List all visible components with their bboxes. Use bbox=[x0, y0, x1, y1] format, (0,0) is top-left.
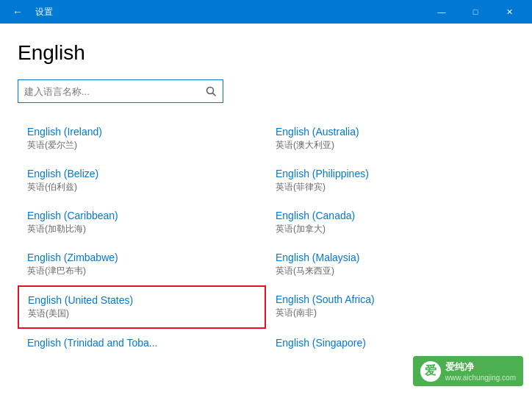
main-content: English English (Ireland)英语(爱尔兰)English … bbox=[0, 24, 532, 395]
lang-native: 英语(澳大利亚) bbox=[276, 139, 505, 152]
lang-item[interactable]: English (Australia)英语(澳大利亚) bbox=[266, 118, 514, 160]
search-input[interactable] bbox=[18, 86, 199, 97]
search-box bbox=[18, 79, 223, 103]
lang-name: English (Singapore) bbox=[276, 337, 505, 349]
lang-item[interactable]: English (Caribbean)英语(加勒比海) bbox=[18, 202, 266, 243]
lang-item[interactable]: English (South Africa)英语(南非) bbox=[266, 285, 514, 329]
back-button[interactable]: ← bbox=[6, 0, 29, 24]
lang-native: 英语(加勒比海) bbox=[27, 223, 256, 235]
lang-name: English (Australia) bbox=[276, 126, 505, 138]
lang-name: English (Trinidad and Toba... bbox=[27, 337, 256, 349]
window-controls: — □ ✕ bbox=[425, 0, 526, 24]
title-bar-title: 设置 bbox=[29, 6, 425, 18]
lang-item[interactable]: English (Philippines)英语(菲律宾) bbox=[266, 160, 514, 202]
close-button[interactable]: ✕ bbox=[492, 0, 526, 24]
lang-name: English (Caribbean) bbox=[27, 210, 256, 221]
lang-name: English (South Africa) bbox=[276, 293, 505, 305]
lang-name: English (Philippines) bbox=[276, 168, 505, 179]
lang-name: English (Zimbabwe) bbox=[27, 252, 256, 263]
lang-item[interactable]: English (United States)英语(美国) bbox=[18, 285, 266, 329]
lang-name: English (Malaysia) bbox=[276, 252, 505, 263]
lang-native: 英语(马来西亚) bbox=[276, 265, 505, 277]
search-icon[interactable] bbox=[199, 79, 223, 103]
lang-native: 英语(伯利兹) bbox=[27, 181, 256, 193]
lang-item[interactable]: English (Zimbabwe)英语(津巴布韦) bbox=[18, 243, 266, 285]
watermark-logo: 爱 bbox=[420, 361, 441, 382]
lang-name: English (United States) bbox=[28, 294, 256, 306]
lang-item[interactable]: English (Trinidad and Toba... bbox=[18, 329, 266, 357]
lang-item[interactable]: English (Canada)英语(加拿大) bbox=[266, 202, 514, 243]
lang-item[interactable]: English (Ireland)英语(爱尔兰) bbox=[18, 118, 266, 160]
watermark-main: 爱纯净 bbox=[445, 360, 516, 374]
lang-name: English (Ireland) bbox=[27, 126, 256, 138]
lang-native: 英语(加拿大) bbox=[276, 223, 505, 235]
lang-item[interactable]: English (Malaysia)英语(马来西亚) bbox=[266, 243, 514, 285]
lang-native: 英语(爱尔兰) bbox=[27, 139, 256, 152]
language-grid: English (Ireland)英语(爱尔兰)English (Austral… bbox=[18, 118, 514, 357]
lang-native: 英语(津巴布韦) bbox=[27, 265, 256, 277]
lang-item[interactable]: English (Belize)英语(伯利兹) bbox=[18, 160, 266, 202]
lang-item[interactable]: English (Singapore) bbox=[266, 329, 514, 357]
title-bar: ← 设置 — □ ✕ bbox=[0, 0, 532, 24]
lang-name: English (Belize) bbox=[27, 168, 256, 179]
lang-native: 英语(美国) bbox=[28, 307, 256, 320]
page-title: English bbox=[18, 41, 514, 65]
watermark-text: 爱纯净 www.aichungjing.com bbox=[445, 360, 516, 382]
lang-name: English (Canada) bbox=[276, 210, 505, 221]
watermark-sub: www.aichungjing.com bbox=[445, 374, 516, 382]
lang-native: 英语(菲律宾) bbox=[276, 181, 505, 193]
maximize-button[interactable]: □ bbox=[459, 0, 492, 24]
svg-line-1 bbox=[213, 93, 216, 96]
minimize-button[interactable]: — bbox=[425, 0, 459, 24]
watermark: 爱 爱纯净 www.aichungjing.com bbox=[413, 356, 523, 386]
lang-native: 英语(南非) bbox=[276, 307, 505, 319]
